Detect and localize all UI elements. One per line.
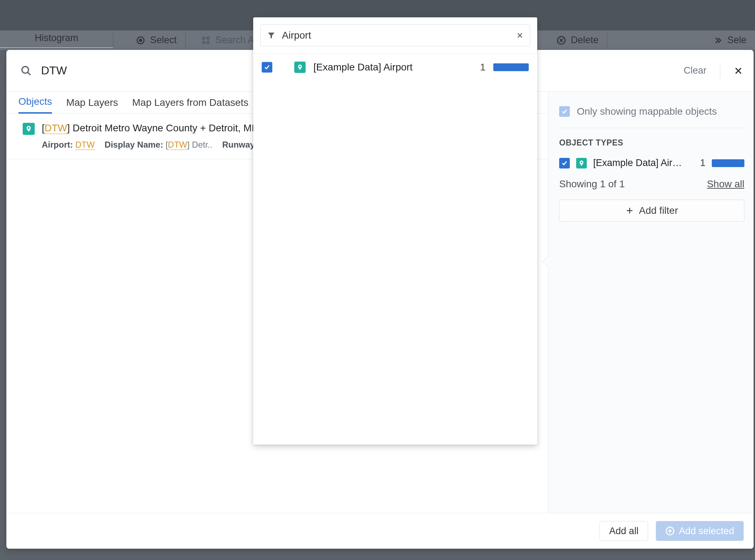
mappable-checkbox[interactable] (559, 106, 570, 117)
delete-icon (557, 36, 566, 45)
type-count: 1 (700, 158, 705, 168)
svg-point-7 (22, 67, 29, 73)
dp-suf: ] Detr.. (187, 140, 212, 149)
dropdown-search-input[interactable] (281, 29, 511, 41)
svg-point-1 (140, 39, 142, 41)
show-all-link[interactable]: Show all (707, 178, 744, 190)
clear-icon[interactable] (516, 32, 523, 39)
row-bar (493, 63, 529, 71)
search-icon (21, 65, 32, 76)
t-pre: [ (42, 122, 45, 133)
close-icon[interactable] (734, 66, 743, 75)
type-checkbox[interactable] (559, 158, 570, 168)
svg-point-3 (207, 37, 209, 39)
add-filter-label: Add filter (639, 205, 678, 216)
search-around-icon (201, 36, 210, 45)
tab-objects[interactable]: Objects (18, 96, 52, 114)
row-checkbox[interactable] (262, 62, 272, 73)
meta-display-label: Display Name: (104, 140, 163, 149)
showing-row: Showing 1 of 1 Show all (559, 178, 744, 190)
filter-icon (267, 31, 276, 40)
bg-toolbar-select-right[interactable]: Sele (727, 35, 747, 46)
pin-icon (576, 158, 587, 168)
type-name: [Example Data] Air… (593, 158, 692, 168)
svg-point-5 (207, 41, 209, 44)
meta-airport-hl: DTW (75, 140, 95, 150)
bg-tab-histogram[interactable]: Histogram (35, 33, 78, 44)
row-count: 1 (480, 62, 486, 73)
tab-map-layers-datasets[interactable]: Map Layers from Datasets (132, 97, 248, 113)
dialog-footer: Add all Add selected (6, 513, 754, 549)
bg-toolbar-search-around[interactable]: Search Ar (215, 35, 257, 46)
meta-airport-label: Airport: (42, 140, 73, 149)
bg-toolbar-delete[interactable]: Delete (571, 35, 598, 46)
separator (720, 63, 720, 79)
dropdown-search[interactable] (260, 24, 530, 46)
svg-point-4 (202, 41, 205, 44)
dropdown-row[interactable]: [Example Data] Airport 1 (253, 54, 537, 81)
plus-icon (625, 206, 634, 215)
svg-point-2 (202, 37, 205, 39)
search-input-value[interactable]: DTW (41, 64, 67, 77)
t-hl: DTW (45, 122, 67, 134)
mappable-row[interactable]: Only showing mappable objects (559, 106, 744, 128)
filter-sidebar: Only showing mappable objects OBJECT TYP… (548, 92, 754, 513)
plus-circle-icon (665, 526, 675, 536)
object-type-row[interactable]: [Example Data] Air… 1 (559, 158, 744, 168)
t-suf: ] Detroit Metro Wayne County + Detroit, … (67, 122, 255, 133)
add-all-label: Add all (609, 526, 638, 537)
add-all-button[interactable]: Add all (600, 521, 648, 541)
filter-dropdown: [Example Data] Airport 1 (253, 17, 537, 445)
pin-icon (294, 62, 306, 73)
row-label: [Example Data] Airport (313, 62, 413, 73)
tab-map-layers[interactable]: Map Layers (66, 97, 118, 113)
clear-button[interactable]: Clear (683, 65, 706, 76)
pin-icon (23, 123, 35, 135)
dp-hl: DTW (168, 140, 187, 150)
bg-toolbar-select[interactable]: Select (150, 35, 177, 46)
object-types-label: OBJECT TYPES (559, 138, 744, 148)
chevron-right-double-icon[interactable] (714, 36, 722, 45)
mappable-label: Only showing mappable objects (577, 106, 717, 117)
add-filter-button[interactable]: Add filter (559, 200, 744, 222)
showing-text: Showing 1 of 1 (559, 178, 625, 190)
add-selected-button[interactable]: Add selected (656, 521, 744, 541)
target-icon (136, 36, 145, 45)
add-selected-label: Add selected (679, 526, 734, 537)
type-bar (712, 159, 744, 167)
